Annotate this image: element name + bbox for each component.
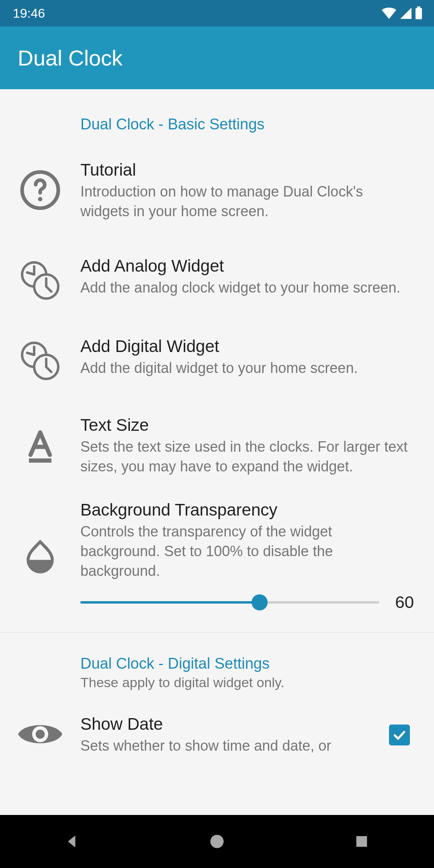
battery-icon (415, 6, 423, 20)
item-tutorial[interactable]: Tutorial Introduction on how to manage D… (0, 141, 434, 240)
section-digital-header: Dual Clock - Digital Settings These appl… (0, 633, 434, 698)
svg-rect-0 (416, 8, 422, 19)
item-add-digital[interactable]: Add Digital Widget Add the digital widge… (0, 322, 434, 401)
transparency-value: 60 (391, 593, 414, 612)
status-icons (381, 6, 423, 20)
dual-clock-icon (16, 337, 64, 387)
text-format-icon (21, 426, 59, 466)
section-basic-header: Dual Clock - Basic Settings (0, 89, 434, 141)
item-show-date-title: Show Date (80, 714, 381, 734)
dual-clock-icon (16, 256, 64, 306)
item-transparency-title: Background Transparency (80, 500, 414, 520)
item-tutorial-sub: Introduction on how to manage Dual Clock… (80, 182, 414, 221)
settings-list: Dual Clock - Basic Settings Tutorial Int… (0, 89, 434, 868)
eye-icon (16, 718, 64, 752)
svg-rect-1 (417, 6, 420, 8)
item-show-date-sub: Sets whether to show time and date, or (80, 736, 381, 756)
nav-home-button[interactable] (177, 833, 257, 850)
nav-back-button[interactable] (32, 833, 113, 850)
cellular-icon (399, 7, 412, 20)
section-digital-subtitle: These apply to digital widget only. (80, 675, 422, 690)
item-show-date[interactable]: Show Date Sets whether to show time and … (0, 698, 434, 767)
item-add-digital-sub: Add the digital widget to your home scre… (80, 358, 414, 378)
show-date-checkbox[interactable] (389, 725, 410, 745)
app-title: Dual Clock (18, 45, 123, 70)
app-bar: Dual Clock (0, 27, 434, 89)
svg-point-18 (36, 730, 45, 739)
item-transparency-sub: Controls the transparency of the widget … (80, 522, 414, 581)
item-text-size[interactable]: Text Size Sets the text size used in the… (0, 401, 434, 491)
item-text-size-sub: Sets the text size used in the clocks. F… (80, 437, 414, 476)
wifi-icon (381, 7, 397, 20)
item-add-digital-title: Add Digital Widget (80, 337, 414, 356)
item-add-analog[interactable]: Add Analog Widget Add the analog clock w… (0, 240, 434, 322)
status-time: 19:46 (13, 6, 45, 21)
svg-rect-20 (356, 836, 367, 847)
item-transparency[interactable]: Background Transparency Controls the tra… (0, 491, 434, 632)
nav-bar (0, 815, 434, 868)
opacity-icon (22, 537, 58, 575)
nav-recents-button[interactable] (321, 833, 402, 850)
svg-point-3 (38, 197, 43, 201)
item-add-analog-title: Add Analog Widget (80, 256, 414, 276)
section-digital-title: Dual Clock - Digital Settings (80, 655, 422, 672)
help-icon (18, 168, 62, 213)
status-bar: 19:46 (0, 0, 434, 27)
section-basic-title: Dual Clock - Basic Settings (80, 116, 422, 133)
item-tutorial-title: Tutorial (80, 160, 414, 180)
svg-point-19 (211, 835, 224, 848)
item-text-size-title: Text Size (80, 416, 414, 435)
transparency-slider[interactable] (80, 601, 379, 604)
item-add-analog-sub: Add the analog clock widget to your home… (80, 278, 414, 298)
